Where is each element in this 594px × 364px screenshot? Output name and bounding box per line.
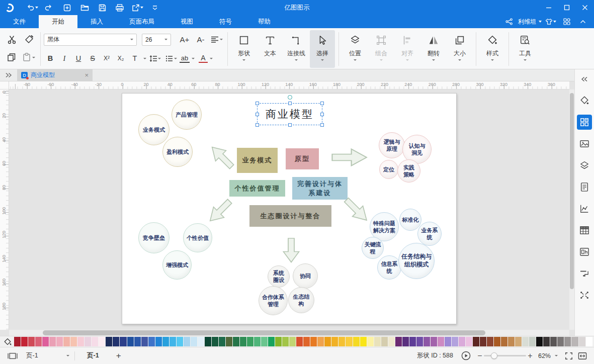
node-circle[interactable]: 实践策略 — [397, 159, 420, 183]
italic-button[interactable]: I — [58, 54, 71, 63]
connector-tool-button[interactable]: 连接线 — [284, 30, 309, 68]
note-panel-icon[interactable] — [577, 179, 592, 195]
color-swatch[interactable] — [233, 337, 240, 346]
node-rect[interactable]: 个性价值管理 — [229, 180, 285, 197]
line-spacing-button[interactable] — [147, 51, 162, 65]
color-swatch[interactable] — [536, 337, 543, 346]
menu-view[interactable]: 视图 — [167, 15, 206, 28]
color-swatch[interactable] — [148, 337, 155, 346]
menu-home[interactable]: 开始 — [39, 15, 77, 28]
node-circle[interactable]: 业务模式 — [138, 114, 169, 145]
color-swatch[interactable] — [240, 337, 247, 346]
zoom-out-button[interactable]: − — [476, 351, 484, 360]
color-swatch[interactable] — [63, 337, 70, 346]
color-swatch[interactable] — [14, 337, 21, 346]
color-swatch[interactable] — [275, 337, 282, 346]
style-button[interactable]: 样式 — [480, 30, 505, 68]
document-tab[interactable]: D 商业模型 × — [17, 69, 93, 81]
font-family-select[interactable]: 黑体 — [44, 34, 137, 46]
symbol-library-icon[interactable] — [577, 115, 592, 130]
theme-shirt-icon[interactable] — [545, 16, 556, 27]
apps-grid-icon[interactable] — [561, 16, 572, 27]
color-swatch[interactable] — [564, 337, 571, 346]
presentation-play-button[interactable] — [461, 351, 471, 360]
horizontal-scrollbar[interactable] — [9, 330, 569, 336]
color-swatch[interactable] — [177, 337, 184, 346]
color-swatch[interactable] — [296, 337, 303, 346]
drawing-page[interactable]: 商业模型 产品管理 业务模式 盈利模式 逻辑与原理 认知与洞见 定位 实践策略 — [122, 93, 457, 324]
image-panel-icon[interactable] — [577, 136, 592, 151]
color-swatch[interactable] — [70, 337, 77, 346]
zoom-slider[interactable] — [484, 355, 526, 356]
size-button[interactable]: 大小 — [447, 30, 472, 68]
selection-handle[interactable] — [320, 123, 324, 127]
color-swatch[interactable] — [155, 337, 162, 346]
font-color-button[interactable]: A — [199, 54, 208, 63]
open-file-button[interactable] — [78, 2, 91, 13]
color-swatch[interactable] — [120, 337, 127, 346]
font-size-select[interactable]: 26 — [142, 34, 171, 46]
cut-button[interactable] — [4, 32, 19, 46]
color-swatch[interactable] — [324, 337, 331, 346]
color-swatch[interactable] — [360, 337, 367, 346]
color-palette-swatches[interactable] — [14, 337, 593, 346]
undo-dropdown-caret[interactable] — [35, 7, 38, 9]
node-circle[interactable]: 系统圈设 — [268, 265, 290, 288]
text-tool-big-button[interactable]: 文本 — [258, 30, 283, 68]
color-swatch[interactable] — [21, 337, 28, 346]
zoom-in-button[interactable]: + — [526, 351, 534, 360]
fit-to-window-button[interactable] — [578, 352, 587, 360]
node-circle[interactable]: 个性价值 — [183, 223, 212, 252]
tab-overflow-button[interactable] — [0, 69, 17, 81]
color-swatch[interactable] — [289, 337, 296, 346]
color-swatch[interactable] — [431, 337, 438, 346]
color-swatch[interactable] — [219, 337, 226, 346]
font-color-caret[interactable] — [210, 58, 213, 59]
color-swatch[interactable] — [494, 337, 501, 346]
fullscreen-button[interactable] — [565, 352, 573, 360]
copy-button[interactable] — [4, 50, 19, 64]
color-swatch[interactable] — [515, 337, 522, 346]
print-button[interactable] — [113, 2, 126, 13]
paste-button[interactable] — [21, 50, 36, 64]
underline-button[interactable]: U — [72, 54, 85, 62]
color-swatch[interactable] — [212, 337, 219, 346]
menu-help[interactable]: 帮助 — [245, 15, 284, 28]
color-swatch[interactable] — [205, 337, 212, 346]
color-swatch[interactable] — [459, 337, 466, 346]
share-icon[interactable] — [503, 16, 515, 27]
color-swatch[interactable] — [501, 337, 508, 346]
color-swatch[interactable] — [445, 337, 452, 346]
menu-file[interactable]: 文件 — [0, 15, 39, 28]
minimize-button[interactable] — [540, 0, 558, 15]
zoom-level-dropdown[interactable]: 62% — [538, 352, 558, 359]
theme-dropdown-caret[interactable] — [553, 21, 556, 23]
undo-button[interactable] — [26, 2, 39, 13]
color-swatch[interactable] — [162, 337, 169, 346]
node-rect[interactable]: 完善设计与体系建设 — [292, 177, 348, 200]
color-swatch[interactable] — [438, 337, 445, 346]
block-arrow-right[interactable] — [331, 148, 368, 167]
vertical-scrollbar-thumb[interactable] — [570, 93, 574, 289]
color-swatch[interactable] — [35, 337, 42, 346]
node-circle[interactable]: 协同 — [293, 263, 318, 289]
menu-insert[interactable]: 插入 — [77, 15, 116, 28]
color-swatch[interactable] — [550, 337, 557, 346]
node-circle[interactable]: 产品管理 — [172, 100, 202, 130]
subscript-button[interactable]: X₂ — [114, 55, 127, 62]
page-tab[interactable]: 页-1 — [87, 351, 99, 360]
color-swatch[interactable] — [127, 337, 134, 346]
fill-style-icon[interactable] — [577, 93, 592, 108]
node-circle[interactable]: 标准化 — [399, 209, 421, 231]
shape-tool-button[interactable]: 形状 — [231, 30, 257, 68]
align-text-button[interactable] — [209, 33, 224, 47]
canvas-area[interactable]: 商业模型 产品管理 业务模式 盈利模式 逻辑与原理 认知与洞见 定位 实践策略 — [9, 89, 569, 330]
color-swatch[interactable] — [374, 337, 381, 346]
selection-handle[interactable] — [256, 102, 259, 105]
bullet-list-button[interactable] — [163, 51, 179, 65]
selection-handle[interactable] — [256, 113, 259, 116]
node-circle[interactable]: 信息系统 — [377, 255, 401, 280]
align-button[interactable]: 对齐 — [395, 30, 420, 68]
color-swatch[interactable] — [113, 337, 120, 346]
color-swatch[interactable] — [106, 337, 113, 346]
